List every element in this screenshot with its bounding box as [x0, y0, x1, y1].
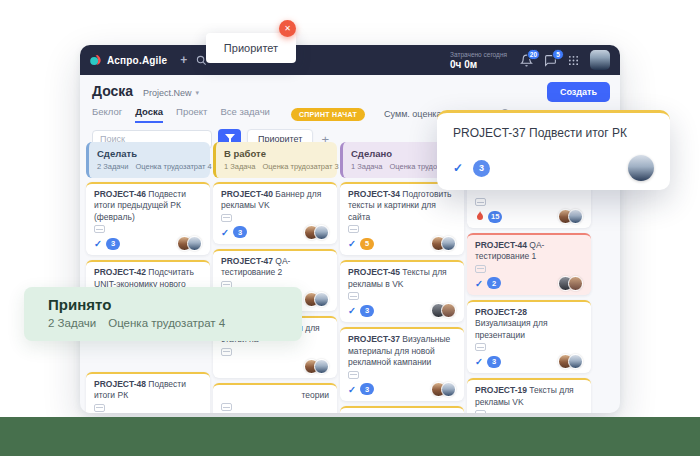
- assignee-avatars: [436, 382, 456, 397]
- assignee-avatars: [182, 236, 202, 251]
- check-icon: ✓: [348, 238, 356, 249]
- task-code: PROJECT-45: [348, 267, 400, 277]
- accepted-title: Принято: [48, 296, 278, 313]
- description-icon: [94, 404, 105, 412]
- task-card[interactable]: PROJECT-48 Подвести итоги РК✓3: [86, 372, 210, 413]
- column-estimate: Оценка трудозатрат 4: [135, 162, 211, 171]
- assignee-avatars: [563, 209, 583, 224]
- check-icon: ✓: [348, 384, 356, 395]
- task-code: PROJECT-40: [221, 189, 273, 199]
- estimate-badge: 2: [487, 277, 501, 289]
- chevron-down-icon: ▾: [196, 89, 200, 97]
- task-card[interactable]: PROJECT-44 QA-тестирование 1✓2: [467, 233, 591, 295]
- time-tracker: Затрачено сегодня 0ч 0м: [450, 51, 507, 70]
- quick-add-icon[interactable]: +: [180, 53, 187, 67]
- app-logo[interactable]: Аспро.Agile: [90, 54, 167, 66]
- avatar: [568, 276, 583, 291]
- column-header: Сделать2 ЗадачиОценка трудозатрат 4: [86, 142, 210, 178]
- description-icon: [348, 292, 359, 300]
- task-title: PROJECT-45 Тексты для рекламы в VK: [348, 267, 456, 290]
- column-task-count: 1 Задача: [224, 162, 255, 171]
- task-card[interactable]: теории✓3: [213, 383, 337, 413]
- tab-board[interactable]: Доска: [135, 106, 163, 123]
- task-card[interactable]: PROJECT-19 Тексты для рекламы VK✓5: [467, 378, 591, 413]
- task-card[interactable]: PROJECT-46 Подвести итоги предыдущей РК …: [86, 182, 210, 255]
- logo-flame-icon: [90, 54, 102, 66]
- sprint-status-badge: СПРИНТ НАЧАТ: [291, 108, 365, 121]
- estimate-badge: 15: [488, 211, 502, 223]
- assignee-avatars: [436, 236, 456, 251]
- description-icon: [348, 225, 359, 233]
- column-estimate: Оценка трудозатрат 3: [262, 162, 338, 171]
- project-select[interactable]: Project.New ▾: [143, 88, 199, 98]
- task-card[interactable]: PROJECT-23 Итоги РК✓5: [340, 406, 464, 413]
- description-icon: [475, 265, 486, 273]
- description-icon: [221, 403, 232, 411]
- tab-backlog[interactable]: Беклог: [92, 106, 122, 123]
- avatar: [314, 292, 329, 307]
- description-icon: [475, 343, 486, 351]
- task-code: PROJECT-37: [348, 334, 400, 344]
- check-icon: ✓: [475, 356, 483, 367]
- description-icon: [348, 371, 359, 379]
- task-footer: ✓3: [475, 354, 583, 369]
- column-task-count: 2 Задачи: [97, 162, 128, 171]
- popup-assignee-avatar: [628, 155, 654, 181]
- accepted-status-panel: Принято 2 Задачи Оценка трудозатрат 4: [24, 287, 302, 341]
- assignee-avatars: [309, 225, 329, 240]
- assignee-avatars: [563, 276, 583, 291]
- task-title: PROJECT-48 Подвести итоги РК: [94, 379, 202, 402]
- notifications-button[interactable]: 20: [520, 54, 533, 67]
- task-preview-popup[interactable]: PROJECT-37 Подвести итог РК ✓ 3: [437, 110, 670, 190]
- task-card[interactable]: PROJECT-34 Подготовить тексты и картинки…: [340, 182, 464, 255]
- time-label: Затрачено сегодня: [450, 51, 507, 58]
- task-code: PROJECT-47: [221, 256, 273, 266]
- notifications-badge: 20: [527, 49, 540, 60]
- estimate-badge: 3: [360, 383, 374, 395]
- board-subheader: Доска Project.New ▾ Создать: [80, 75, 620, 101]
- task-footer: ✓3: [221, 225, 329, 240]
- avatar: [568, 354, 583, 369]
- task-code: PROJECT-19: [475, 385, 527, 395]
- tab-all-tasks[interactable]: Все задачи: [220, 106, 270, 123]
- tab-project[interactable]: Проект: [176, 106, 207, 123]
- user-avatar[interactable]: [590, 50, 610, 70]
- task-title: PROJECT-37 Визуальные материалы для ново…: [348, 334, 456, 368]
- popup-task-title: PROJECT-37 Подвести итог РК: [453, 126, 654, 140]
- task-footer: ✓3: [348, 303, 456, 318]
- description-icon: [221, 348, 232, 356]
- task-title: PROJECT-40 Баннер для рекламы VK: [221, 189, 329, 212]
- task-card[interactable]: PROJECT-45 Тексты для рекламы в VK✓3: [340, 260, 464, 322]
- avatar: [314, 225, 329, 240]
- create-button[interactable]: Создать: [547, 82, 610, 102]
- task-title: PROJECT-46 Подвести итоги предыдущей РК …: [94, 189, 202, 223]
- task-card[interactable]: PROJECT-40 Баннер для рекламы VK✓3: [213, 182, 337, 244]
- task-title: PROJECT-28 Визуализация для презентации: [475, 307, 583, 341]
- column-meta: 2 ЗадачиОценка трудозатрат 4: [97, 162, 202, 171]
- task-card[interactable]: PROJECT-28 Визуализация для презентации✓…: [467, 300, 591, 373]
- estimate-badge: 3: [233, 226, 247, 238]
- apps-grid-icon[interactable]: [568, 55, 579, 66]
- estimate-badge: 3: [487, 356, 501, 368]
- task-footer: [221, 359, 329, 374]
- messages-button[interactable]: 5: [544, 54, 557, 67]
- task-code: PROJECT-28: [475, 307, 527, 317]
- check-icon: ✓: [348, 305, 356, 316]
- avatar: [441, 303, 456, 318]
- check-icon: ✓: [94, 238, 102, 249]
- assignee-avatars: [309, 292, 329, 307]
- check-icon: ✓: [221, 227, 229, 238]
- avatar: [187, 236, 202, 251]
- description-icon: [221, 214, 232, 222]
- task-card[interactable]: PROJECT-37 Визуальные материалы для ново…: [340, 327, 464, 400]
- assignee-avatars: [436, 303, 456, 318]
- task-title: PROJECT-47 QA-тестирование 2: [221, 256, 329, 279]
- description-icon: [475, 410, 486, 413]
- task-footer: ✓3: [94, 236, 202, 251]
- close-icon[interactable]: ✕: [279, 20, 296, 37]
- priority-tooltip: Приоритет: [206, 33, 296, 63]
- avatar: [441, 236, 456, 251]
- description-icon: [94, 225, 105, 233]
- top-bar: Аспро.Agile + Сп Затрачено сегодня 0ч 0м…: [80, 45, 620, 75]
- check-icon: ✓: [475, 278, 483, 289]
